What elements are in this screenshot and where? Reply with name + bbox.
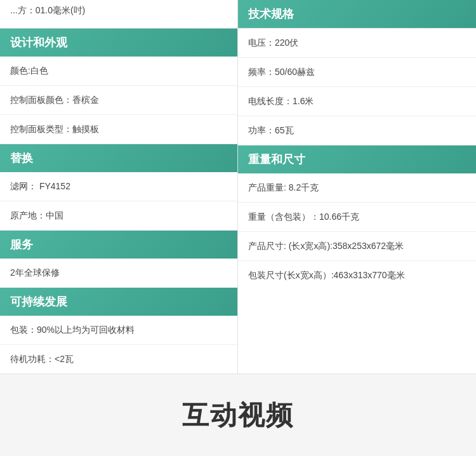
- warranty-row: 2年全球保修: [0, 259, 237, 288]
- right-column: 电压：220伏 频率：50/60赫兹 电线长度：1.6米 功率：65瓦 重量和尺…: [238, 29, 476, 374]
- replacement-section-header: 替换: [0, 144, 237, 172]
- specs-wrapper: 设计和外观 颜色:白色 控制面板颜色：香槟金 控制面板类型：触摸板 替换 滤网：…: [0, 29, 476, 374]
- frequency-row: 频率：50/60赫兹: [238, 58, 476, 87]
- design-section-header: 设计和外观: [0, 29, 237, 57]
- sustainability-section-header: 可持续发展: [0, 288, 237, 316]
- top-partial-left-text: ...方：01.0毫米(吋): [0, 0, 238, 28]
- product-dimensions-row: 产品尺寸: (长x宽x高):358x253x672毫米: [238, 232, 476, 261]
- weight-section-header: 重量和尺寸: [238, 145, 476, 173]
- color-row: 颜色:白色: [0, 57, 237, 86]
- packaging-row: 包装：90%以上均为可回收材料: [0, 316, 237, 345]
- cable-length-row: 电线长度：1.6米: [238, 87, 476, 116]
- packaged-weight-row: 重量（含包装）：10.66千克: [238, 203, 476, 232]
- product-weight-row: 产品重量: 8.2千克: [238, 173, 476, 203]
- bottom-banner: 互动视频: [0, 374, 476, 456]
- panel-color-row: 控制面板颜色：香槟金: [0, 86, 237, 115]
- filter-row: 滤网： FY4152: [0, 172, 237, 201]
- package-dimensions-row: 包装尺寸(长x宽x高）:463x313x770毫米: [238, 261, 476, 290]
- top-partial-row: ...方：01.0毫米(吋) 技术规格: [0, 0, 476, 29]
- left-column: 设计和外观 颜色:白色 控制面板颜色：香槟金 控制面板类型：触摸板 替换 滤网：…: [0, 29, 238, 374]
- panel-type-row: 控制面板类型：触摸板: [0, 115, 237, 144]
- main-container: ...方：01.0毫米(吋) 技术规格 设计和外观 颜色:白色 控制面板颜色：香…: [0, 0, 476, 456]
- origin-row: 原产地：中国: [0, 201, 237, 231]
- power-row: 功率：65瓦: [238, 116, 476, 145]
- service-section-header: 服务: [0, 231, 237, 259]
- standby-power-row: 待机功耗：<2瓦: [0, 345, 237, 374]
- top-partial-right: 技术规格: [238, 0, 476, 28]
- voltage-row: 电压：220伏: [238, 29, 476, 58]
- tech-specs-header: 技术规格: [238, 0, 476, 28]
- bottom-banner-title: 互动视频: [182, 398, 294, 433]
